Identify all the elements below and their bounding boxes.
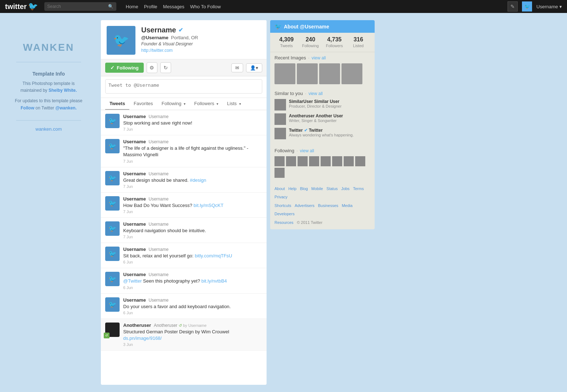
tweet-names: Username Username xyxy=(123,114,192,119)
tweet-input[interactable] xyxy=(105,79,262,94)
hashtag-link[interactable]: #design xyxy=(190,177,206,183)
similar-name-3[interactable]: Twitter ✔ Twitter xyxy=(289,128,354,133)
stat-followers[interactable]: 4,735 Followers xyxy=(322,36,347,48)
tweet-text: How Bad Do You Want Success? bit.ly/mSQc… xyxy=(123,202,223,209)
followers-label: Followers xyxy=(326,44,343,48)
tweet-content: Username Username Stop working and save … xyxy=(123,114,192,131)
retweet-indicator: ↺ xyxy=(104,333,110,338)
tweet-box-container xyxy=(101,76,267,98)
template-update-text: For updates to this template please Foll… xyxy=(15,98,82,111)
right-panel: 🐦 About @Username 4,309 Tweets 240 Follo… xyxy=(270,20,375,229)
tweet-names: Username Username xyxy=(123,221,206,227)
action-bar: ✓ Following ⚙ ↻ ✉ 👤▾ xyxy=(101,59,267,76)
stat-tweets[interactable]: 4,309 Tweets xyxy=(274,36,299,48)
mention-link[interactable]: @Twitter xyxy=(123,278,142,284)
footer-blog[interactable]: Blog xyxy=(300,186,308,191)
similar-user-1: SimilarUser Similar User Producer, Direc… xyxy=(274,99,370,111)
following-thumb-7[interactable] xyxy=(344,156,354,166)
similar-view-all[interactable]: view all xyxy=(308,91,322,96)
footer-developers[interactable]: Developers xyxy=(274,212,295,216)
tweet-link[interactable]: bit.ly/mSQcKT xyxy=(193,203,223,208)
tweet-username: Username xyxy=(149,247,169,252)
stat-following[interactable]: 240 Following xyxy=(299,36,323,48)
compose-button[interactable]: ✎ xyxy=(508,1,518,12)
tweet-username: Username xyxy=(149,114,169,119)
footer-advertisers[interactable]: Advertisers xyxy=(295,203,314,208)
author-link[interactable]: Shelby White. xyxy=(49,88,77,93)
tab-tweets[interactable]: Tweets xyxy=(105,98,129,110)
settings-icon-btn[interactable]: ⚙ xyxy=(147,62,157,73)
footer-resources[interactable]: Resources xyxy=(274,220,294,225)
footer-mobile[interactable]: Mobile xyxy=(311,186,323,191)
page-wrapper: WANKEN Template Info This Photoshop temp… xyxy=(0,13,567,392)
tab-followers[interactable]: Followers ▾ xyxy=(190,98,223,110)
following-thumb-6[interactable] xyxy=(332,156,342,166)
tweet-username: Username xyxy=(149,272,169,277)
wanken-website-link[interactable]: wanken.com xyxy=(36,126,62,132)
tweet-avatar-icon: 🐦 xyxy=(108,199,116,207)
following-thumb-1[interactable] xyxy=(274,156,285,166)
tweet-avatar: 🐦 xyxy=(105,272,120,286)
tab-favorites[interactable]: Favorites xyxy=(129,98,157,110)
image-thumb-2[interactable] xyxy=(297,63,318,84)
following-thumb-9[interactable] xyxy=(274,168,285,178)
add-user-button[interactable]: 👤▾ xyxy=(246,63,262,72)
tweet-date: 3 Jun xyxy=(123,342,229,347)
tweet-avatar-icon: 🐦 xyxy=(108,174,116,182)
similar-avatar-1 xyxy=(274,99,286,111)
stat-listed[interactable]: 316 Listed xyxy=(347,36,371,48)
tweet-username: Username xyxy=(149,171,169,176)
image-thumb-3[interactable] xyxy=(319,63,340,84)
footer-privacy[interactable]: Privacy xyxy=(274,195,287,199)
mail-button[interactable]: ✉ xyxy=(231,63,243,72)
tweet-link[interactable]: bit.ly/nvtbB4 xyxy=(201,278,227,284)
profile-column: 🐦 Username ✔ @Username Portland, OR Foun… xyxy=(101,20,267,385)
refresh-icon-btn[interactable]: ↻ xyxy=(160,62,171,73)
nav-messages[interactable]: Messages xyxy=(163,4,184,9)
tweet-avatar-icon: 🐦 xyxy=(108,225,116,233)
footer-shortcuts[interactable]: Shortcuts xyxy=(274,203,291,208)
tab-lists[interactable]: Lists ▾ xyxy=(223,98,245,110)
footer-status[interactable]: Status xyxy=(326,186,338,191)
nav-profile[interactable]: Profile xyxy=(144,4,157,9)
listed-count: 316 xyxy=(347,36,371,43)
nav-home[interactable]: Home xyxy=(126,4,138,9)
similar-name-1[interactable]: SimilarUser Similar User xyxy=(289,99,341,104)
footer-terms[interactable]: Terms xyxy=(353,186,364,191)
image-thumb-4[interactable] xyxy=(341,63,362,84)
user-dropdown[interactable]: Username ▾ xyxy=(536,4,562,9)
nav-who-to-follow[interactable]: Who To Follow xyxy=(190,4,221,9)
follow-link[interactable]: Follow xyxy=(21,105,34,111)
following-thumb-5[interactable] xyxy=(321,156,331,166)
following-thumb-3[interactable] xyxy=(298,156,308,166)
footer-media[interactable]: Media xyxy=(342,203,353,208)
recent-images-view-all[interactable]: view all xyxy=(312,55,326,60)
following-button[interactable]: ✓ Following xyxy=(105,63,144,73)
search-box[interactable]: 🔍 xyxy=(44,2,116,11)
following-thumb-2[interactable] xyxy=(286,156,296,166)
tab-following[interactable]: Following ▾ xyxy=(157,98,190,110)
footer-about[interactable]: About xyxy=(274,186,285,191)
tweet-link[interactable]: ds.pn/image/9168/ xyxy=(123,335,162,341)
footer-jobs[interactable]: Jobs xyxy=(341,186,349,191)
nav-right-actions: ✎ 🐦 Username ▾ xyxy=(508,1,562,12)
retweet-by: ↺ by Username xyxy=(179,323,206,328)
tweet-names: Anotheruser Anotheruser ↺ by Username xyxy=(123,323,229,328)
following-view-all[interactable]: view all xyxy=(300,148,314,153)
tweet-real-name: Username xyxy=(123,196,146,202)
footer-help[interactable]: Help xyxy=(288,186,296,191)
twitter-icon-button[interactable]: 🐦 xyxy=(522,1,532,12)
right-panel-header: 🐦 About @Username xyxy=(270,20,375,33)
tweet-link[interactable]: bitly.com/mqTFsU xyxy=(195,253,232,258)
similar-name-2[interactable]: Anotheruser Another User xyxy=(289,113,343,118)
tweet-username: Username xyxy=(149,222,169,227)
image-thumb-1[interactable] xyxy=(274,63,295,84)
twitter-handle-link[interactable]: @wanken. xyxy=(55,105,77,111)
profile-website[interactable]: http://twitter.com xyxy=(141,48,173,53)
search-input[interactable] xyxy=(47,4,108,9)
following-thumb-8[interactable] xyxy=(355,156,365,166)
tweet-text: "The life of a designer is a life of fig… xyxy=(123,145,262,158)
following-thumb-4[interactable] xyxy=(309,156,319,166)
tweet-date: 7 Jun xyxy=(123,127,192,131)
footer-businesses[interactable]: Businesses xyxy=(318,203,338,208)
